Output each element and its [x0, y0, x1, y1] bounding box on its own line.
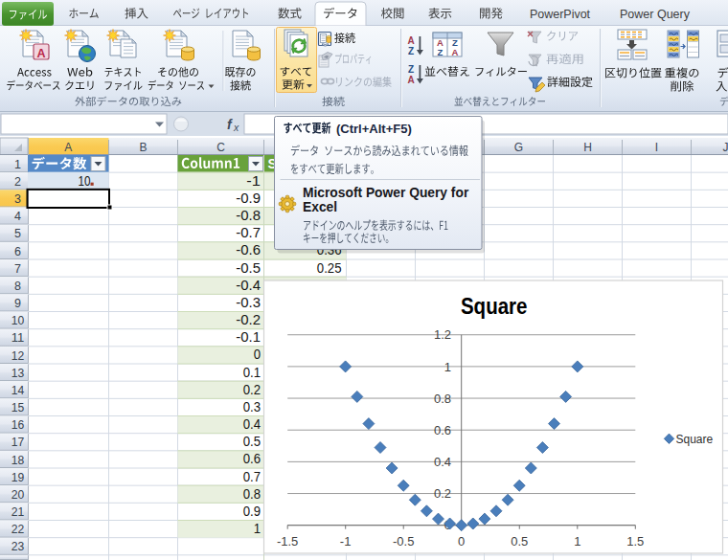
svg-text:C: C	[216, 141, 225, 154]
svg-text:15: 15	[11, 401, 25, 414]
svg-text:0.1: 0.1	[243, 364, 261, 380]
svg-text:x: x	[233, 122, 239, 133]
svg-text:1: 1	[444, 360, 451, 374]
svg-text:22: 22	[11, 523, 25, 536]
svg-text:3: 3	[14, 192, 21, 206]
svg-text:0.5: 0.5	[511, 534, 528, 549]
svg-text:0.9: 0.9	[243, 503, 261, 519]
svg-text:14: 14	[11, 384, 25, 397]
svg-text:Square: Square	[676, 433, 714, 446]
svg-text:20: 20	[11, 488, 25, 502]
svg-text:0.6: 0.6	[434, 423, 451, 437]
svg-text:A: A	[407, 75, 414, 85]
svg-text:0: 0	[254, 346, 261, 362]
svg-text:13: 13	[11, 367, 25, 380]
svg-text:Power Query: Power Query	[620, 8, 691, 21]
svg-text:12: 12	[11, 349, 25, 363]
svg-text:1: 1	[14, 158, 21, 171]
svg-text:-0.3: -0.3	[236, 294, 261, 310]
svg-text:-1: -1	[246, 172, 261, 189]
svg-text:0.3: 0.3	[243, 398, 261, 414]
svg-text:23: 23	[11, 540, 25, 553]
svg-text:-0.8: -0.8	[236, 207, 261, 223]
svg-text:Z: Z	[408, 64, 414, 75]
svg-text:19: 19	[11, 471, 25, 484]
svg-text:A: A	[407, 35, 414, 46]
svg-text:-0.4: -0.4	[236, 277, 261, 293]
svg-text:1: 1	[574, 534, 580, 549]
svg-text:16: 16	[11, 418, 25, 432]
svg-text:8: 8	[14, 280, 21, 293]
svg-text:11: 11	[11, 331, 25, 345]
svg-text:-0.5: -0.5	[236, 259, 261, 276]
svg-text:4: 4	[14, 210, 21, 223]
svg-text:0.7: 0.7	[243, 468, 261, 484]
svg-text:G: G	[514, 141, 523, 154]
svg-text:PowerPivot: PowerPivot	[530, 8, 591, 21]
svg-text:5: 5	[14, 227, 21, 240]
svg-text:A: A	[452, 47, 459, 57]
svg-text:10: 10	[79, 172, 91, 189]
svg-text:2: 2	[14, 175, 21, 189]
svg-text:9: 9	[14, 297, 21, 310]
svg-text:-0.2: -0.2	[236, 311, 261, 327]
svg-text:7: 7	[14, 262, 21, 276]
svg-text:-1: -1	[340, 534, 352, 549]
svg-text:18: 18	[11, 454, 25, 467]
svg-text:(Ctrl+Alt+F5): (Ctrl+Alt+F5)	[336, 122, 412, 136]
svg-text:-0.5: -0.5	[393, 534, 414, 549]
svg-text:0.8: 0.8	[434, 392, 451, 406]
svg-text:0.6: 0.6	[243, 450, 261, 466]
svg-text:Square: Square	[461, 293, 528, 319]
svg-text:1.2: 1.2	[434, 327, 451, 342]
svg-text:6: 6	[14, 245, 21, 258]
svg-text:21: 21	[11, 505, 25, 519]
svg-text:1.5: 1.5	[626, 534, 644, 549]
svg-text:Z: Z	[408, 46, 414, 56]
svg-text:-0.7: -0.7	[236, 224, 261, 240]
svg-text:0.2: 0.2	[243, 381, 261, 397]
svg-text:-0.1: -0.1	[236, 328, 261, 345]
svg-text:17: 17	[11, 436, 25, 449]
svg-text:A: A	[64, 141, 72, 154]
svg-text:0.2: 0.2	[434, 486, 451, 501]
svg-text:0.5: 0.5	[243, 433, 261, 449]
svg-text:Microsoft Power Query for: Microsoft Power Query for	[303, 186, 469, 200]
svg-text:0.8: 0.8	[243, 485, 261, 502]
svg-text:Z: Z	[438, 47, 444, 57]
svg-text:-0.6: -0.6	[236, 241, 261, 258]
svg-text:1: 1	[254, 520, 261, 536]
svg-text:A: A	[36, 47, 45, 60]
svg-text:0.4: 0.4	[243, 415, 261, 432]
svg-text:H: H	[583, 141, 592, 154]
svg-text:-0.9: -0.9	[236, 190, 261, 206]
svg-text:10: 10	[11, 314, 25, 327]
svg-text:Excel: Excel	[303, 200, 337, 214]
svg-text:0.25: 0.25	[317, 259, 342, 276]
svg-text:B: B	[139, 141, 147, 154]
svg-text:0.4: 0.4	[434, 455, 451, 469]
svg-text:0: 0	[458, 534, 465, 549]
svg-text:I: I	[655, 141, 658, 154]
svg-text:-1.5: -1.5	[277, 534, 298, 549]
svg-text:J: J	[723, 141, 728, 154]
